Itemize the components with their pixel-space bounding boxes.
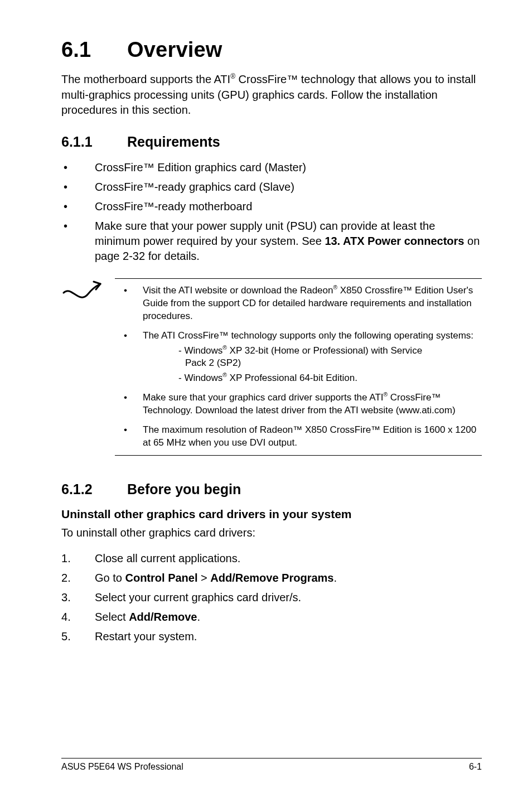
section-heading: Overview [127, 38, 223, 61]
subsection-heading: Requirements [127, 134, 220, 149]
note-item: The maximum resolution of Radeon™ X850 C… [115, 424, 480, 450]
note-item-text: The maximum resolution of Radeon™ X850 C… [143, 424, 476, 448]
list-item-text: CrossFire™-ready graphics card (Slave) [95, 181, 294, 193]
subsection-612: 6.1.2Before you begin [61, 481, 482, 497]
bold-text: Add/Remove [129, 611, 197, 623]
note-item-text: The ATI CrossFire™ technology supports o… [143, 330, 473, 341]
step-item: Go to Control Panel > Add/Remove Program… [61, 571, 482, 586]
step-item: Restart your system. [61, 629, 482, 644]
footer-left: ASUS P5E64 WS Professional [61, 762, 183, 772]
section-title: 6.1Overview [61, 38, 482, 62]
step-text: Close all current applications. [95, 552, 240, 564]
note-item: The ATI CrossFire™ technology supports o… [115, 330, 480, 385]
note-block: Visit the ATI website or download the Ra… [61, 278, 482, 456]
subsection-number: 6.1.1 [61, 134, 127, 150]
subsection-number: 6.1.2 [61, 481, 127, 497]
bold-text: Add/Remove Programs [210, 572, 333, 584]
list-item: CrossFire™-ready graphics card (Slave) [61, 180, 482, 195]
note-item: Visit the ATI website or download the Ra… [115, 284, 480, 323]
bold-ref: 13. ATX Power connectors [325, 235, 464, 247]
note-subitem: - Windows® XP Professional 64-bit Editio… [178, 372, 480, 385]
note-subitem-cont: Pack 2 (SP2) [178, 357, 480, 370]
subsection-heading: Before you begin [127, 481, 241, 497]
step-text: Go to [95, 572, 125, 584]
step-text: Select [95, 611, 129, 623]
note-body: Visit the ATI website or download the Ra… [115, 278, 482, 456]
section-number: 6.1 [61, 38, 127, 62]
step-text: Select your current graphics card driver… [95, 591, 301, 603]
footer-right: 6-1 [469, 762, 482, 772]
list-item-text: CrossFire™ Edition graphics card (Master… [95, 161, 306, 173]
step-item: Select your current graphics card driver… [61, 590, 482, 605]
note-item: Make sure that your graphics card driver… [115, 392, 480, 417]
note-subitem: - Windows® XP 32-bit (Home or Profession… [178, 345, 480, 370]
step-item: Close all current applications. [61, 551, 482, 566]
step-text: . [333, 572, 337, 584]
intro-paragraph: The motherboard supports the ATI® CrossF… [61, 72, 482, 118]
uninstall-paragraph: To uninstall other graphics card drivers… [61, 525, 482, 541]
bold-text: Control Panel [125, 572, 197, 584]
steps-list: Close all current applications. Go to Co… [61, 551, 482, 644]
step-text: Restart your system. [95, 630, 197, 642]
step-item: Select Add/Remove. [61, 610, 482, 625]
page-footer: ASUS P5E64 WS Professional 6-1 [61, 758, 482, 772]
subsection-611: 6.1.1Requirements [61, 134, 482, 150]
step-text: . [197, 611, 200, 623]
note-icon [61, 278, 115, 308]
list-item: CrossFire™ Edition graphics card (Master… [61, 160, 482, 175]
list-item-text: CrossFire™-ready motherboard [95, 200, 252, 212]
list-item: Make sure that your power supply unit (P… [61, 219, 482, 264]
step-text: > [198, 572, 211, 584]
requirements-list: CrossFire™ Edition graphics card (Master… [61, 160, 482, 264]
list-item: CrossFire™-ready motherboard [61, 199, 482, 214]
uninstall-heading: Uninstall other graphics card drivers in… [61, 508, 482, 521]
